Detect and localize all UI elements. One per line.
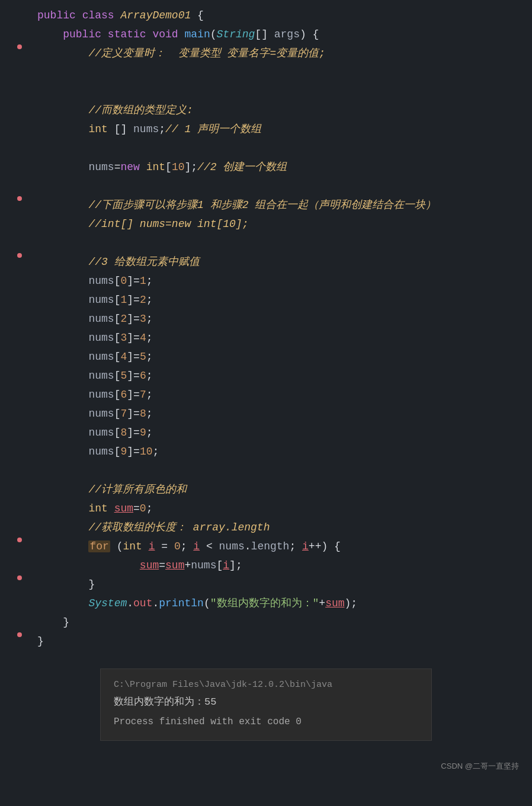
line-27: int sum=0; — [0, 499, 532, 518]
code-line-27: int sum=0; — [33, 500, 532, 517]
code-line-5 — [33, 82, 532, 100]
code-line-7: int [] nums;// 1 声明一个数组 — [33, 120, 532, 138]
code-line-16: nums[1]=2; — [33, 291, 532, 309]
gutter-14 — [0, 253, 33, 258]
code-line-21: nums[6]=7; — [33, 386, 532, 404]
line-13 — [0, 234, 532, 252]
code-line-32: System.out.println("数组内数字的和为："+sum); — [33, 594, 532, 612]
line-20: nums[5]=6; — [0, 366, 532, 385]
code-line-15: nums[0]=1; — [33, 272, 532, 290]
code-line-26: //计算所有原色的和 — [33, 481, 532, 498]
line-26: //计算所有原色的和 — [0, 480, 532, 499]
code-line-3: //定义变量时： 变量类型 变量名字=变量的值; — [33, 44, 532, 62]
code-line-11: //下面步骤可以将步骤1 和步骤2 组合在一起（声明和创建结合在一块） — [33, 196, 532, 214]
code-editor: public class ArrayDemo01 { public static… — [0, 0, 532, 657]
code-line-28: //获取数组的长度： array.length — [33, 519, 532, 536]
line-33: } — [0, 613, 532, 632]
line-19: nums[4]=5; — [0, 347, 532, 366]
code-line-10 — [33, 177, 532, 195]
output-path: C:\Program Files\Java\jdk-12.0.2\bin\jav… — [114, 680, 418, 690]
code-line-9: nums=new int[10];//2 创建一个数组 — [33, 158, 532, 176]
code-line-14: //3 给数组元素中赋值 — [33, 253, 532, 271]
code-line-34: } — [33, 632, 532, 650]
line-24: nums[9]=10; — [0, 442, 532, 461]
code-line-6: //而数组的类型定义: — [33, 101, 532, 119]
line-10 — [0, 177, 532, 196]
line-16: nums[1]=2; — [0, 290, 532, 309]
code-line-2: public static void main(String[] args) { — [33, 25, 532, 43]
line-15: nums[0]=1; — [0, 271, 532, 290]
line-11: //下面步骤可以将步骤1 和步骤2 组合在一起（声明和创建结合在一块） — [0, 196, 532, 215]
gutter-29 — [0, 538, 33, 542]
code-line-17: nums[2]=3; — [33, 310, 532, 328]
code-line-19: nums[4]=5; — [33, 348, 532, 366]
code-line-29: for (int i = 0; i < nums.length; i++) { — [33, 538, 532, 555]
line-30: sum=sum+nums[i]; — [0, 556, 532, 575]
code-line-25 — [33, 462, 532, 479]
gutter-11 — [0, 196, 33, 201]
line-23: nums[8]=9; — [0, 423, 532, 442]
code-line-4 — [33, 63, 532, 81]
code-line-13 — [33, 234, 532, 252]
code-line-18: nums[3]=4; — [33, 329, 532, 347]
code-line-33: } — [33, 613, 532, 631]
line-7: int [] nums;// 1 声明一个数组 — [0, 120, 532, 139]
watermark: CSDN @二哥一直坚持 — [441, 761, 519, 772]
line-8 — [0, 139, 532, 158]
code-line-23: nums[8]=9; — [33, 424, 532, 442]
line-25 — [0, 461, 532, 480]
code-line-12: //int[] nums=new int[10]; — [33, 215, 532, 233]
code-line-20: nums[5]=6; — [33, 367, 532, 385]
line-12: //int[] nums=new int[10]; — [0, 215, 532, 234]
line-28: //获取数组的长度： array.length — [0, 518, 532, 537]
line-22: nums[7]=8; — [0, 404, 532, 423]
line-1: public class ArrayDemo01 { — [0, 6, 532, 25]
code-line-24: nums[9]=10; — [33, 443, 532, 460]
line-31: } — [0, 575, 532, 594]
gutter-31 — [0, 575, 33, 580]
output-exit: Process finished with exit code 0 — [114, 717, 418, 727]
code-line-22: nums[7]=8; — [33, 405, 532, 423]
code-line-30: sum=sum+nums[i]; — [33, 556, 532, 574]
line-6: //而数组的类型定义: — [0, 101, 532, 120]
code-line-8 — [33, 139, 532, 157]
output-panel: C:\Program Files\Java\jdk-12.0.2\bin\jav… — [100, 669, 432, 741]
line-2: public static void main(String[] args) { — [0, 25, 532, 44]
line-14: //3 给数组元素中赋值 — [0, 252, 532, 271]
line-4 — [0, 63, 532, 82]
bottom-section: C:\Program Files\Java\jdk-12.0.2\bin\jav… — [0, 657, 532, 782]
gutter-34 — [0, 632, 33, 637]
line-21: nums[6]=7; — [0, 385, 532, 404]
line-17: nums[2]=3; — [0, 309, 532, 328]
line-9: nums=new int[10];//2 创建一个数组 — [0, 158, 532, 177]
code-line-31: } — [33, 575, 532, 593]
gutter-3 — [0, 44, 33, 49]
code-line-1: public class ArrayDemo01 { — [33, 7, 532, 24]
line-5 — [0, 82, 532, 101]
line-34: } — [0, 632, 532, 651]
line-3: //定义变量时： 变量类型 变量名字=变量的值; — [0, 44, 532, 63]
line-32: System.out.println("数组内数字的和为："+sum); — [0, 594, 532, 613]
output-result: 数组内数字的和为：55 — [114, 695, 418, 708]
line-29: for (int i = 0; i < nums.length; i++) { — [0, 537, 532, 556]
line-18: nums[3]=4; — [0, 328, 532, 347]
